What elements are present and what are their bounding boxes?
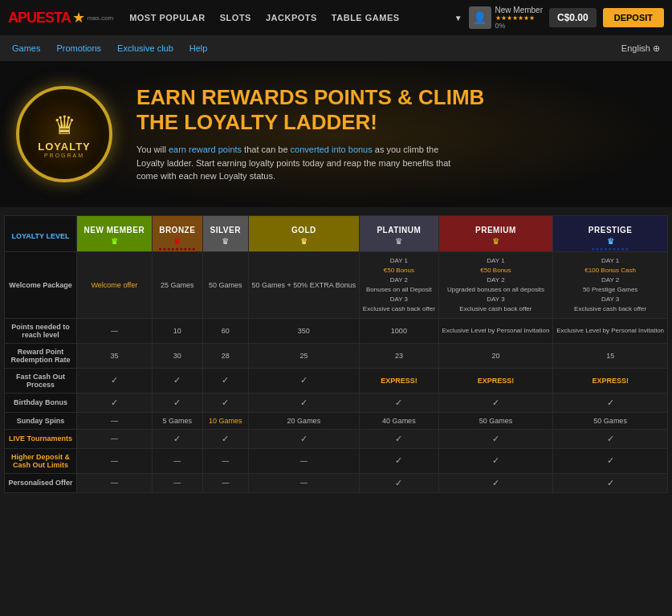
live-silver: ✓ [202, 429, 248, 448]
nav-slots[interactable]: SLOTS [220, 13, 251, 22]
welcome-platinum: DAY 1€50 BonusDAY 2Bonuses on all Deposi… [360, 251, 438, 318]
welcome-silver: 50 Games [202, 251, 248, 318]
points-new-member: — [77, 318, 153, 343]
cashout-platinum: EXPRESS! [360, 368, 438, 393]
label-birthday: Birthday Bonus [5, 393, 77, 412]
level-name-gold: GOLD [252, 221, 356, 237]
deposit-new-member: — [77, 448, 153, 473]
personal-prestige: ✓ [553, 473, 668, 492]
table-row-welcome: Welcome Package Welcome offer 25 Games 5… [5, 251, 668, 318]
sunday-gold: 20 Games [248, 412, 360, 429]
points-platinum: 1000 [360, 318, 438, 343]
loyalty-badge: ♛ LOYALTY PROGRAM [16, 86, 112, 182]
language-selector[interactable]: English ⊕ [621, 43, 660, 54]
redemption-silver: 28 [202, 343, 248, 368]
dots-gold: ●●●●●●●●● [252, 246, 356, 251]
loyalty-table-section: LOYALTY LEVEL NEW MEMBER ♛ ●●●●●●●●● BRO… [0, 207, 672, 501]
welcome-gold: 50 Games + 50% EXTRA Bonus [248, 251, 360, 318]
live-platinum: ✓ [360, 429, 438, 448]
live-bronze: ✓ [152, 429, 202, 448]
points-gold: 350 [248, 318, 360, 343]
user-progress: 0% [495, 22, 543, 30]
dots-silver: ●●●●●●●●● [206, 246, 245, 251]
birthday-silver: ✓ [202, 393, 248, 412]
level-name-prestige: PRESTIGE [556, 221, 664, 237]
th-prestige: PRESTIGE ♛ ●●●●●●●●● [553, 215, 668, 251]
dropdown-arrow-icon[interactable]: ▼ [454, 14, 462, 22]
personal-gold: — [248, 473, 360, 492]
birthday-prestige: ✓ [553, 393, 668, 412]
table-row-cashout: Fast Cash Out Process ✓ ✓ ✓ ✓ EXPRESS! E… [5, 368, 668, 393]
user-details: New Member ★★★★★★★ 0% [495, 6, 543, 30]
subnav-games[interactable]: Games [12, 43, 40, 53]
label-higher-deposit: Higher Deposit & Cash Out Limits [5, 448, 77, 473]
label-personalised: Personalised Offer [5, 473, 77, 492]
nav-jackpots[interactable]: JACKPOTS [266, 13, 317, 22]
header: APUESTA★ mas.com MOST POPULAR SLOTS JACK… [0, 0, 672, 35]
live-new-member: — [77, 429, 153, 448]
cashout-premium: EXPRESS! [438, 368, 553, 393]
table-header-row: LOYALTY LEVEL NEW MEMBER ♛ ●●●●●●●●● BRO… [5, 215, 668, 251]
cashout-silver: ✓ [202, 368, 248, 393]
sunday-platinum: 40 Games [360, 412, 438, 429]
sunday-premium: 50 Games [438, 412, 553, 429]
loyalty-table: LOYALTY LEVEL NEW MEMBER ♛ ●●●●●●●●● BRO… [4, 215, 668, 493]
user-name: New Member [495, 6, 543, 14]
th-premium: PREMIUM ♛ ●●●●●●●●● [438, 215, 553, 251]
level-name-silver: SILVER [206, 221, 245, 237]
subnav-promotions[interactable]: Promotions [56, 43, 101, 53]
nav-most-popular[interactable]: MOST POPULAR [129, 13, 206, 22]
welcome-bronze: 25 Games [152, 251, 202, 318]
header-right: ▼ 👤 New Member ★★★★★★★ 0% C$0.00 DEPOSIT [454, 6, 664, 30]
birthday-bronze: ✓ [152, 393, 202, 412]
cashout-bronze: ✓ [152, 368, 202, 393]
live-premium: ✓ [438, 429, 553, 448]
user-icon: 👤 [469, 6, 491, 29]
redemption-new-member: 35 [77, 343, 153, 368]
dots-platinum: ●●●●●●●●● [363, 246, 434, 251]
logo-sub: mas.com [88, 14, 113, 22]
hero-content: EARN REWARDS POINTS & CLIMBTHE LOYALTY L… [136, 85, 484, 183]
th-bronze: BRONZE ♛ ●●●●●●●●● [152, 215, 202, 251]
label-redemption: Reward Point Redemption Rate [5, 343, 77, 368]
live-prestige: ✓ [553, 429, 668, 448]
loyalty-crown-icon: ♛ [53, 110, 76, 141]
sunday-new-member: — [77, 412, 153, 429]
birthday-gold: ✓ [248, 393, 360, 412]
th-gold: GOLD ♛ ●●●●●●●●● [248, 215, 360, 251]
level-name-new-member: NEW MEMBER [80, 221, 149, 237]
logo[interactable]: APUESTA★ mas.com [8, 9, 113, 27]
points-bronze: 10 [152, 318, 202, 343]
points-silver: 60 [202, 318, 248, 343]
cashout-gold: ✓ [248, 368, 360, 393]
table-row-live: LIVE Tournaments — ✓ ✓ ✓ ✓ ✓ ✓ [5, 429, 668, 448]
dots-premium: ●●●●●●●●● [442, 246, 550, 251]
subnav-exclusive-club[interactable]: Exclusive club [117, 43, 173, 53]
personal-bronze: — [152, 473, 202, 492]
level-name-bronze: BRONZE [156, 221, 199, 237]
redemption-prestige: 15 [553, 343, 668, 368]
label-welcome: Welcome Package [5, 251, 77, 318]
personal-silver: — [202, 473, 248, 492]
deposit-button[interactable]: DEPOSIT [603, 8, 664, 27]
table-row-birthday: Birthday Bonus ✓ ✓ ✓ ✓ ✓ ✓ ✓ [5, 393, 668, 412]
table-row-points: Points needed to reach level — 10 60 350… [5, 318, 668, 343]
loyalty-level-header: LOYALTY LEVEL [5, 215, 77, 251]
table-row-sunday: Sunday Spins — 5 Games 10 Games 20 Games… [5, 412, 668, 429]
user-stars: ★★★★★★★ [495, 14, 543, 22]
birthday-new-member: ✓ [77, 393, 153, 412]
deposit-premium: ✓ [438, 448, 553, 473]
logo-star: ★ [72, 9, 85, 27]
crown-premium-icon: ♛ [492, 237, 499, 246]
sub-nav: Games Promotions Exclusive club Help Eng… [0, 35, 672, 61]
subnav-help[interactable]: Help [189, 43, 208, 53]
personal-platinum: ✓ [360, 473, 438, 492]
loyalty-badge-sub: PROGRAM [44, 153, 84, 158]
redemption-premium: 20 [438, 343, 553, 368]
nav-table-games[interactable]: TABLE GAMES [332, 13, 400, 22]
hero-title: EARN REWARDS POINTS & CLIMBTHE LOYALTY L… [136, 85, 484, 135]
th-silver: SILVER ♛ ●●●●●●●●● [202, 215, 248, 251]
th-new-member: NEW MEMBER ♛ ●●●●●●●●● [77, 215, 153, 251]
crown-new-member-icon: ♛ [111, 237, 118, 246]
label-live: LIVE Tournaments [5, 429, 77, 448]
